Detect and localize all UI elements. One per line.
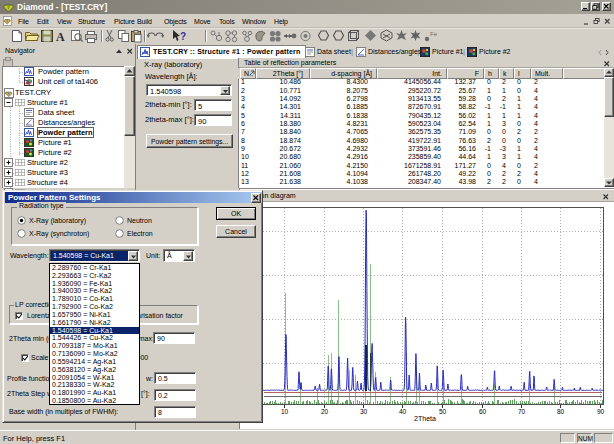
svg-text:30: 30 bbox=[360, 408, 368, 415]
svg-text:40: 40 bbox=[399, 408, 407, 415]
svg-text:80: 80 bbox=[557, 408, 565, 415]
svg-text:10: 10 bbox=[281, 408, 289, 415]
svg-text:50: 50 bbox=[439, 408, 447, 415]
svg-text:70: 70 bbox=[518, 408, 526, 415]
svg-text:20: 20 bbox=[321, 408, 329, 415]
svg-text:90: 90 bbox=[597, 408, 605, 415]
svg-text:60: 60 bbox=[479, 408, 487, 415]
svg-text:2Theta: 2Theta bbox=[414, 415, 436, 422]
